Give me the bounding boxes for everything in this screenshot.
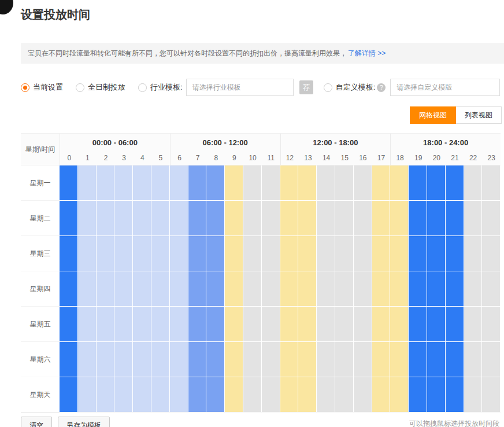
schedule-cell[interactable]: [446, 377, 464, 413]
schedule-cell[interactable]: [78, 342, 97, 377]
schedule-cell[interactable]: [114, 342, 133, 377]
schedule-cell[interactable]: [354, 307, 372, 342]
schedule-cell[interactable]: [317, 165, 335, 201]
schedule-cell[interactable]: [225, 201, 243, 236]
grid-view-button[interactable]: 网格视图: [410, 106, 456, 124]
radio-industry-template[interactable]: [138, 83, 147, 92]
schedule-cell[interactable]: [298, 236, 317, 271]
schedule-cell[interactable]: [390, 377, 409, 413]
schedule-cell[interactable]: [482, 201, 501, 236]
schedule-cell[interactable]: [114, 307, 133, 342]
schedule-cell[interactable]: [280, 201, 299, 236]
schedule-cell[interactable]: [354, 271, 372, 307]
schedule-cell[interactable]: [372, 201, 391, 236]
schedule-cell[interactable]: [243, 165, 262, 201]
schedule-cell[interactable]: [262, 165, 280, 201]
schedule-cell[interactable]: [243, 236, 262, 271]
schedule-cell[interactable]: [280, 165, 299, 201]
schedule-cell[interactable]: [133, 165, 151, 201]
schedule-cell[interactable]: [427, 165, 446, 201]
schedule-cell[interactable]: [133, 377, 151, 413]
schedule-cell[interactable]: [133, 307, 151, 342]
schedule-cell[interactable]: [78, 271, 97, 307]
schedule-cell[interactable]: [464, 236, 483, 271]
schedule-cell[interactable]: [409, 307, 427, 342]
schedule-cell[interactable]: [97, 165, 115, 201]
schedule-cell[interactable]: [427, 236, 446, 271]
schedule-cell[interactable]: [206, 165, 225, 201]
schedule-cell[interactable]: [78, 201, 97, 236]
schedule-cell[interactable]: [243, 377, 262, 413]
schedule-cell[interactable]: [317, 377, 335, 413]
schedule-cell[interactable]: [133, 342, 151, 377]
schedule-cell[interactable]: [262, 342, 280, 377]
schedule-cell[interactable]: [372, 377, 391, 413]
schedule-cell[interactable]: [97, 377, 115, 413]
schedule-cell[interactable]: [60, 236, 78, 271]
schedule-cell[interactable]: [298, 271, 317, 307]
radio-current-settings[interactable]: [21, 83, 29, 92]
schedule-cell[interactable]: [335, 236, 354, 271]
schedule-cell[interactable]: [60, 165, 78, 201]
schedule-cell[interactable]: [170, 201, 188, 236]
schedule-cell[interactable]: [354, 377, 372, 413]
schedule-cell[interactable]: [280, 236, 299, 271]
schedule-cell[interactable]: [60, 307, 78, 342]
schedule-cell[interactable]: [409, 201, 427, 236]
custom-template-input[interactable]: [390, 79, 500, 96]
schedule-cell[interactable]: [390, 271, 409, 307]
schedule-cell[interactable]: [151, 377, 170, 413]
schedule-cell[interactable]: [464, 307, 483, 342]
schedule-cell[interactable]: [446, 342, 464, 377]
schedule-cell[interactable]: [317, 342, 335, 377]
schedule-cell[interactable]: [170, 377, 188, 413]
schedule-cell[interactable]: [188, 271, 207, 307]
schedule-cell[interactable]: [78, 165, 97, 201]
schedule-cell[interactable]: [151, 236, 170, 271]
schedule-cell[interactable]: [243, 271, 262, 307]
industry-template-input[interactable]: [186, 79, 294, 96]
schedule-cell[interactable]: [60, 377, 78, 413]
schedule-cell[interactable]: [78, 307, 97, 342]
schedule-cell[interactable]: [464, 165, 483, 201]
schedule-cell[interactable]: [225, 236, 243, 271]
schedule-cell[interactable]: [170, 165, 188, 201]
schedule-cell[interactable]: [482, 165, 501, 201]
schedule-cell[interactable]: [390, 307, 409, 342]
schedule-cell[interactable]: [151, 165, 170, 201]
schedule-cell[interactable]: [354, 201, 372, 236]
schedule-cell[interactable]: [427, 377, 446, 413]
schedule-cell[interactable]: [78, 236, 97, 271]
schedule-cell[interactable]: [262, 271, 280, 307]
schedule-cell[interactable]: [243, 342, 262, 377]
list-view-button[interactable]: 列表视图: [456, 106, 502, 124]
schedule-cell[interactable]: [409, 271, 427, 307]
schedule-cell[interactable]: [188, 342, 207, 377]
schedule-cell[interactable]: [427, 307, 446, 342]
schedule-cell[interactable]: [317, 236, 335, 271]
schedule-cell[interactable]: [243, 201, 262, 236]
schedule-cell[interactable]: [188, 236, 207, 271]
schedule-cell[interactable]: [372, 165, 391, 201]
schedule-cell[interactable]: [97, 236, 115, 271]
schedule-cell[interactable]: [114, 236, 133, 271]
schedule-cell[interactable]: [446, 307, 464, 342]
schedule-cell[interactable]: [60, 201, 78, 236]
schedule-cell[interactable]: [482, 271, 501, 307]
radio-allday[interactable]: [76, 83, 84, 92]
schedule-cell[interactable]: [427, 271, 446, 307]
schedule-cell[interactable]: [390, 342, 409, 377]
radio-custom-template[interactable]: [324, 83, 332, 92]
schedule-cell[interactable]: [262, 377, 280, 413]
schedule-cell[interactable]: [133, 201, 151, 236]
schedule-cell[interactable]: [225, 165, 243, 201]
schedule-cell[interactable]: [151, 342, 170, 377]
schedule-cell[interactable]: [280, 271, 299, 307]
schedule-cell[interactable]: [60, 271, 78, 307]
schedule-cell[interactable]: [482, 236, 501, 271]
schedule-cell[interactable]: [446, 236, 464, 271]
schedule-cell[interactable]: [409, 236, 427, 271]
schedule-cell[interactable]: [262, 201, 280, 236]
schedule-cell[interactable]: [97, 271, 115, 307]
schedule-cell[interactable]: [170, 342, 188, 377]
